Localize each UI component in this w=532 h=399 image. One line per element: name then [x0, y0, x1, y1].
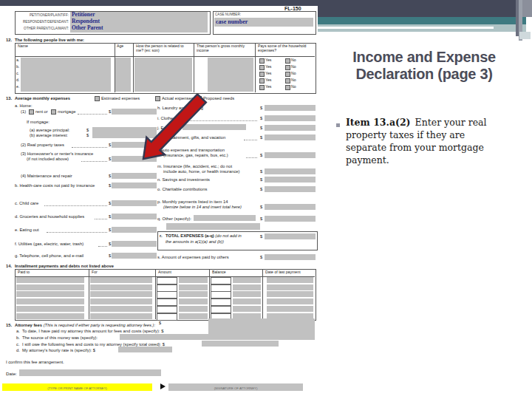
telephone-label: g. Telephone, cell phone, and e-mail: [15, 253, 83, 258]
no-checkbox[interactable]: [285, 58, 290, 64]
bullet-paragraph: Item 13.a(2)Enter your real property tax…: [346, 116, 507, 166]
amount-field[interactable]: [179, 306, 208, 312]
amount-field[interactable]: [265, 152, 316, 158]
date-field[interactable]: [19, 369, 161, 376]
amount-field[interactable]: [179, 313, 208, 319]
amount-field[interactable]: [179, 299, 208, 304]
income-fields[interactable]: [208, 58, 253, 92]
date-field[interactable]: [267, 291, 313, 297]
yes-checkbox[interactable]: [259, 72, 265, 77]
yes-checkbox[interactable]: [259, 85, 265, 90]
balance-cell[interactable]: $: [211, 291, 231, 299]
amount-field[interactable]: [265, 115, 316, 121]
hourly-rate-field[interactable]: [118, 347, 172, 352]
amount-cell[interactable]: $: [157, 299, 177, 306]
amount-field[interactable]: [265, 168, 316, 174]
no-checkbox[interactable]: [285, 65, 290, 70]
no-checkbox[interactable]: [285, 78, 290, 83]
amount-field[interactable]: [265, 177, 316, 183]
total-note2: the amounts in a(1)(a) and (b)): [166, 239, 224, 244]
if-mortgage-label: If mortgage:: [27, 120, 50, 124]
age-fields[interactable]: [115, 58, 131, 92]
red-arrow-annotation: [139, 94, 213, 168]
leader-dots: [81, 157, 107, 162]
for-field[interactable]: [90, 291, 152, 297]
amount-field[interactable]: [265, 125, 316, 131]
mortgage-checkbox[interactable]: [51, 109, 56, 115]
for-field[interactable]: [90, 306, 152, 312]
slide-title-line2: Declaration (page 3): [322, 66, 526, 83]
no-label: No: [291, 85, 296, 89]
amount-field[interactable]: [179, 291, 208, 297]
amount-field[interactable]: [112, 253, 157, 259]
dollar-sign: $: [109, 201, 111, 205]
no-checkbox[interactable]: [285, 85, 290, 90]
yes-checkbox[interactable]: [259, 65, 265, 70]
amount-field[interactable]: [179, 284, 208, 290]
amount-field[interactable]: [265, 254, 316, 260]
no-checkbox[interactable]: [285, 72, 290, 77]
balance-cell[interactable]: $: [211, 277, 231, 284]
rent-checkbox[interactable]: [29, 109, 34, 115]
col-related: How the person is related to me? (ex: so…: [136, 44, 191, 52]
estimated-checkbox[interactable]: [95, 96, 100, 101]
amount-cell[interactable]: $: [157, 277, 177, 284]
other-specify-field[interactable]: [194, 215, 256, 221]
for-field[interactable]: [90, 284, 152, 290]
amount-cell[interactable]: $: [157, 284, 177, 292]
date-field[interactable]: [267, 277, 313, 283]
dollar-sign: $: [109, 253, 111, 258]
dollar-sign: $: [260, 169, 262, 174]
owed-field[interactable]: [202, 341, 279, 347]
row-letter: a.: [16, 58, 19, 63]
for-field[interactable]: [90, 313, 152, 319]
amount-cell[interactable]: $: [157, 291, 177, 299]
total-note1: (do not add in: [215, 233, 241, 238]
paid-to-field[interactable]: [16, 291, 84, 297]
name-fields[interactable]: [21, 58, 111, 92]
childcare-label: c. Child care: [15, 201, 38, 205]
yes-checkbox[interactable]: [259, 58, 265, 64]
amount-field[interactable]: [112, 183, 157, 188]
balance-field[interactable]: [233, 291, 261, 297]
amount-field[interactable]: [265, 216, 316, 222]
yes-checkbox[interactable]: [259, 78, 265, 83]
amount-field[interactable]: [112, 227, 157, 233]
amount-field[interactable]: [112, 214, 157, 219]
amount-field[interactable]: [265, 134, 316, 140]
for-field[interactable]: [90, 299, 152, 304]
paid-to-field[interactable]: [16, 277, 84, 283]
amount-field[interactable]: [265, 186, 316, 192]
attorney-fees-field[interactable]: [208, 318, 315, 334]
balance-cell[interactable]: $: [211, 306, 231, 313]
paid-to-field[interactable]: [16, 299, 84, 304]
related-fields[interactable]: [134, 58, 192, 92]
amount-field[interactable]: [265, 204, 316, 210]
balance-cell[interactable]: $: [211, 299, 231, 306]
amount-cell[interactable]: $: [157, 313, 177, 321]
amount-field[interactable]: [265, 105, 316, 111]
for-field[interactable]: [90, 277, 152, 283]
balance-cell[interactable]: $: [211, 284, 231, 292]
paid-to-field[interactable]: [16, 284, 84, 290]
amount-field[interactable]: [179, 277, 208, 283]
date-field[interactable]: [267, 306, 313, 312]
other-specify-field2[interactable]: [166, 223, 260, 230]
utilities-label: f. Utilities (gas, electric, water, tras…: [15, 242, 83, 246]
paid-to-field[interactable]: [16, 306, 84, 312]
corner-square: [519, 32, 531, 39]
balance-field[interactable]: [233, 284, 261, 290]
date-field[interactable]: [267, 284, 313, 290]
amount-field[interactable]: [112, 241, 157, 247]
balance-field[interactable]: [233, 277, 261, 283]
amount-field[interactable]: [112, 173, 157, 179]
amount-cell[interactable]: $: [157, 306, 177, 313]
balance-field[interactable]: [233, 306, 261, 312]
amount-field[interactable]: [112, 200, 157, 206]
col-paid-to: Paid to: [18, 270, 30, 275]
paid-to-field[interactable]: [16, 313, 84, 319]
date-field[interactable]: [267, 299, 313, 304]
source-field[interactable]: [120, 334, 315, 340]
balance-field[interactable]: [233, 299, 261, 304]
amount-field[interactable]: [265, 233, 316, 239]
